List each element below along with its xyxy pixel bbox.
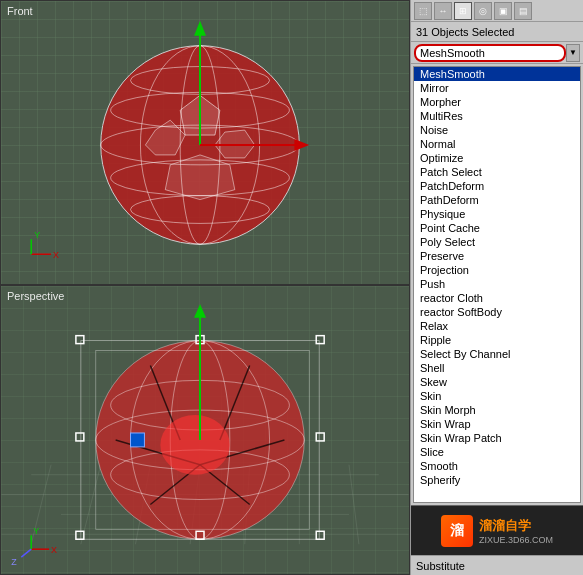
logo-main-text: 溜溜自学 — [479, 517, 553, 535]
modifier-list-item[interactable]: Skin Wrap Patch — [414, 431, 580, 445]
logo-icon: 溜 — [441, 515, 473, 547]
modifier-list-item[interactable]: Skin Morph — [414, 403, 580, 417]
modifier-list-item[interactable]: Optimize — [414, 151, 580, 165]
viewport-front-label: Front — [7, 5, 33, 17]
modifier-dropdown-button[interactable]: ▼ — [566, 44, 580, 62]
modifier-list-item[interactable]: Ripple — [414, 333, 580, 347]
svg-line-30 — [349, 465, 359, 544]
modifier-list-item[interactable]: Slice — [414, 445, 580, 459]
modifier-list-item[interactable]: Skin Wrap — [414, 417, 580, 431]
modifier-list-item[interactable]: Select By Channel — [414, 347, 580, 361]
modifier-list-item[interactable]: Patch Select — [414, 165, 580, 179]
right-panel: ⬚ ↔ ⊞ ◎ ▣ ▤ 31 Objects Selected ▼ MeshSm… — [410, 0, 583, 575]
modifier-list-item[interactable]: Physique — [414, 207, 580, 221]
toolbar-icon-move[interactable]: ↔ — [434, 2, 452, 20]
modifier-input-row: ▼ — [411, 42, 583, 64]
modifier-list-item[interactable]: reactor SoftBody — [414, 305, 580, 319]
svg-text:X: X — [51, 545, 57, 555]
modifier-list-item[interactable]: Poly Select — [414, 235, 580, 249]
logo-area: 溜 溜溜自学 ZIXUE.3D66.COM — [411, 505, 583, 555]
svg-text:X: X — [53, 250, 59, 260]
modifier-list-item[interactable]: Morpher — [414, 95, 580, 109]
svg-marker-15 — [294, 139, 309, 151]
modifier-list[interactable]: MeshSmoothMirrorMorpherMultiResNoiseNorm… — [413, 66, 581, 503]
front-view-svg: X Y — [1, 1, 409, 284]
modifier-list-item[interactable]: Mirror — [414, 81, 580, 95]
substitute-label: Substitute — [416, 560, 465, 572]
modifier-list-item[interactable]: Skew — [414, 375, 580, 389]
modifier-list-item[interactable]: Point Cache — [414, 221, 580, 235]
toolbar-icon-circle[interactable]: ◎ — [474, 2, 492, 20]
svg-line-59 — [21, 549, 31, 557]
objects-selected-bar: 31 Objects Selected — [411, 22, 583, 42]
modifier-list-item[interactable]: MeshSmooth — [414, 67, 580, 81]
svg-text:Z: Z — [11, 557, 17, 567]
svg-rect-39 — [316, 433, 324, 441]
objects-selected-text: 31 Objects Selected — [416, 26, 514, 38]
toolbar-icon-grid[interactable]: ⊞ — [454, 2, 472, 20]
substitute-row: Substitute — [411, 555, 583, 575]
modifier-list-item[interactable]: PatchDeform — [414, 179, 580, 193]
svg-rect-56 — [131, 433, 145, 447]
toolbar: ⬚ ↔ ⊞ ◎ ▣ ▤ — [411, 0, 583, 22]
modifier-input-field[interactable] — [414, 44, 566, 62]
modifier-list-item[interactable]: Relax — [414, 319, 580, 333]
toolbar-icon-box[interactable]: ▣ — [494, 2, 512, 20]
svg-text:Y: Y — [34, 230, 40, 240]
modifier-list-item[interactable]: Smooth — [414, 459, 580, 473]
svg-marker-13 — [194, 21, 206, 36]
viewport-perspective[interactable]: Perspective — [0, 285, 410, 575]
modifier-list-item[interactable]: Spherify — [414, 473, 580, 487]
modifier-list-item[interactable]: MultiRes — [414, 109, 580, 123]
viewport-perspective-label: Perspective — [7, 290, 64, 302]
svg-rect-35 — [316, 336, 324, 344]
modifier-list-item[interactable]: Preserve — [414, 249, 580, 263]
modifier-list-item[interactable]: Shell — [414, 361, 580, 375]
logo-sub-text: ZIXUE.3D66.COM — [479, 535, 553, 545]
toolbar-icon-lines[interactable]: ▤ — [514, 2, 532, 20]
toolbar-icon-select[interactable]: ⬚ — [414, 2, 432, 20]
perspective-view-svg: X Y Z — [1, 286, 409, 574]
svg-text:Y: Y — [33, 526, 39, 536]
modifier-list-item[interactable]: Skin — [414, 389, 580, 403]
svg-rect-34 — [76, 336, 84, 344]
modifier-list-item[interactable]: Normal — [414, 137, 580, 151]
svg-rect-37 — [316, 531, 324, 539]
modifier-list-item[interactable]: Projection — [414, 263, 580, 277]
modifier-list-item[interactable]: PathDeform — [414, 193, 580, 207]
svg-point-53 — [160, 415, 230, 475]
modifier-list-item[interactable]: Noise — [414, 123, 580, 137]
svg-marker-55 — [194, 304, 206, 318]
modifier-list-item[interactable]: reactor Cloth — [414, 291, 580, 305]
modifier-list-item[interactable]: Push — [414, 277, 580, 291]
svg-rect-38 — [76, 433, 84, 441]
viewport-front[interactable]: Front — [0, 0, 410, 285]
left-panel: Front — [0, 0, 410, 575]
